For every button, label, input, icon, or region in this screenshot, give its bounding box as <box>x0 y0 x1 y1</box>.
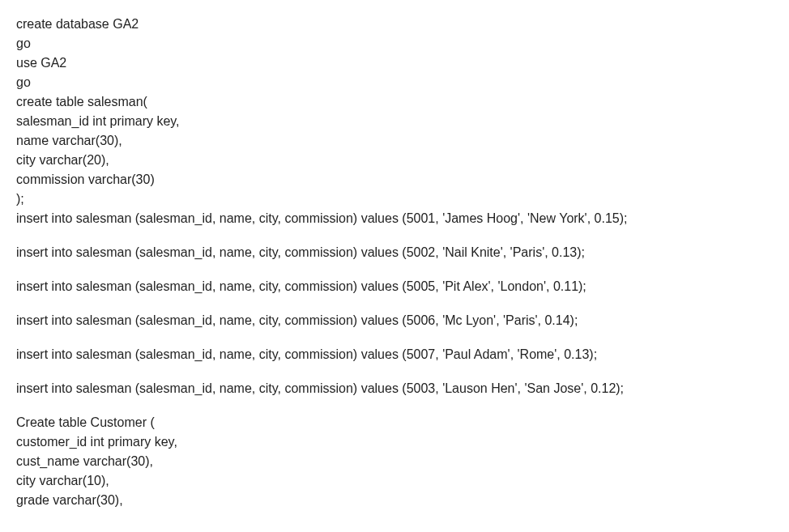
code-line: city varchar(20), <box>16 151 773 170</box>
code-line: insert into salesman (salesman_id, name,… <box>16 277 773 296</box>
code-line: insert into salesman (salesman_id, name,… <box>16 345 773 364</box>
blank-line <box>16 228 773 243</box>
code-line: grade varchar(30), <box>16 491 773 510</box>
code-line: insert into salesman (salesman_id, name,… <box>16 379 773 398</box>
code-line: insert into salesman (salesman_id, name,… <box>16 243 773 262</box>
code-line: go <box>16 73 773 92</box>
sql-code-block: create database GA2gouse GA2gocreate tab… <box>16 15 773 510</box>
blank-line <box>16 364 773 379</box>
blank-line <box>16 330 773 345</box>
blank-line <box>16 296 773 311</box>
blank-line <box>16 262 773 277</box>
code-line: name varchar(30), <box>16 131 773 151</box>
code-line: insert into salesman (salesman_id, name,… <box>16 311 773 330</box>
code-line: go <box>16 34 773 53</box>
code-line: cust_name varchar(30), <box>16 452 773 471</box>
code-line: create database GA2 <box>16 15 773 34</box>
code-line: city varchar(10), <box>16 471 773 491</box>
code-line: Create table Customer ( <box>16 413 773 432</box>
blank-line <box>16 398 773 413</box>
code-line: customer_id int primary key, <box>16 432 773 452</box>
code-line: use GA2 <box>16 53 773 73</box>
code-line: commission varchar(30) <box>16 170 773 189</box>
code-line: salesman_id int primary key, <box>16 112 773 131</box>
code-line: ); <box>16 189 773 209</box>
code-line: insert into salesman (salesman_id, name,… <box>16 209 773 228</box>
code-line: create table salesman( <box>16 92 773 112</box>
